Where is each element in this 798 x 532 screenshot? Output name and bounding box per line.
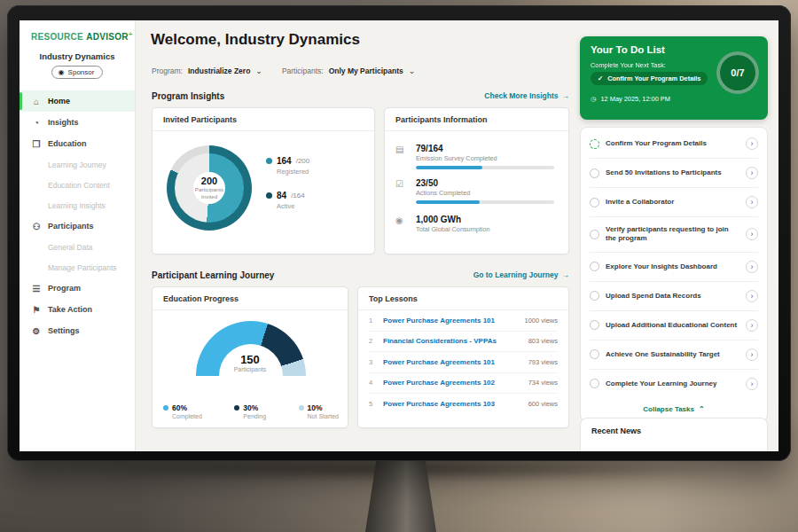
legend-registered: 164 /200 Registered (266, 156, 309, 176)
sidebar-item-insights[interactable]: ◔ Insights (20, 112, 135, 133)
sidebar-item-program[interactable]: ☰ Program (20, 278, 135, 299)
program-filter-value[interactable]: Industrialize Zero (188, 66, 250, 75)
chevron-down-icon[interactable]: ⌄ (409, 66, 416, 75)
consumption-icon: ◉ (395, 215, 403, 225)
donut-legend: 164 /200 Registered 84 /164 Active (266, 156, 309, 225)
task-row-upload-spend-data[interactable]: Upload Spend Data Records › (590, 282, 758, 311)
lesson-title-link[interactable]: Power Purchase Agreements 101 (383, 317, 517, 325)
lesson-title-link[interactable]: Power Purchase Agreements 102 (383, 379, 521, 387)
lesson-title-link[interactable]: Power Purchase Agreements 101 (383, 358, 521, 366)
participants-filter-value[interactable]: Only My Participants (329, 66, 403, 75)
lesson-row: 2 Financial Considerations - VPPAs 803 v… (369, 332, 558, 353)
sidebar-item-learning-insights[interactable]: Learning Insights (20, 195, 135, 215)
monitor-bezel: RESOURCE ADVISOR+ Industry Dynamics ◉ Sp… (7, 5, 791, 461)
task-checkbox[interactable] (590, 349, 599, 359)
task-checkbox[interactable] (590, 379, 599, 388)
lesson-title-link[interactable]: Power Purchase Agreements 103 (383, 400, 521, 408)
sidebar-item-manage-participants[interactable]: Manage Participants (20, 257, 135, 278)
insights-icon: ◔ (31, 118, 42, 128)
actions-icon: ☑ (395, 179, 403, 189)
sidebar-item-take-action[interactable]: ⚑ Take Action (20, 299, 135, 320)
task-row-send-invitations[interactable]: Send 50 Invitations to Participants › (590, 159, 758, 188)
sponsor-badge[interactable]: ◉ Sponsor (51, 66, 104, 79)
task-row-invite-collaborator[interactable]: Invite a Collaborator › (590, 188, 758, 217)
task-checkbox[interactable] (590, 230, 599, 239)
sidebar-item-learning-journey[interactable]: Learning Journey (20, 154, 135, 175)
go-to-learning-journey-link[interactable]: Go to Learning Journey → (473, 270, 569, 279)
completed-label: Completed (172, 413, 202, 419)
task-row-complete-learning-journey[interactable]: Complete Your Learning Journey › (590, 370, 758, 398)
chevron-right-icon[interactable]: › (746, 261, 758, 273)
chevron-right-icon[interactable]: › (746, 228, 758, 240)
chevron-down-icon[interactable]: ⌄ (255, 66, 262, 75)
arrow-right-icon: → (562, 270, 570, 279)
task-label: Send 50 Invitations to Participants (606, 168, 739, 177)
task-row-verify-participants[interactable]: Verify participants requesting to join t… (590, 217, 758, 253)
info-row-survey: ▤ 79/164 Emission Survey Completed (395, 144, 558, 169)
sponsor-label: Sponsor (68, 68, 95, 76)
check-more-insights-link[interactable]: Check More Insights → (484, 91, 569, 100)
task-checkbox[interactable] (590, 320, 599, 330)
program-insights-title: Program Insights (152, 91, 224, 101)
actions-progress-track (416, 200, 554, 204)
lesson-number: 2 (369, 337, 376, 345)
task-checkbox[interactable] (590, 291, 599, 301)
task-label: Explore Your Insights Dashboard (606, 262, 739, 271)
todo-next-task-pill[interactable]: ✓ Confirm Your Program Details (591, 72, 708, 85)
todo-subtitle: Complete Your Next Task: (591, 61, 666, 69)
org-name: Industry Dynamics (20, 51, 135, 61)
task-row-explore-insights[interactable]: Explore Your Insights Dashboard › (590, 253, 758, 282)
consumption-value: 1,000 GWh (416, 215, 558, 224)
lesson-views: 600 views (528, 400, 558, 408)
task-label: Invite a Collaborator (606, 198, 739, 207)
sidebar-item-participants[interactable]: ⚇ Participants (20, 215, 135, 237)
todo-next-task-label: Confirm Your Program Details (607, 74, 700, 82)
chevron-right-icon[interactable]: › (746, 290, 758, 302)
settings-icon: ⚙ (31, 326, 42, 336)
task-label: Confirm Your Program Details (606, 139, 739, 148)
chevron-right-icon[interactable]: › (746, 319, 758, 332)
task-checkbox[interactable] (590, 139, 599, 149)
gauge-center-label: Participants (153, 366, 348, 372)
todo-title: Your To Do List (591, 44, 665, 55)
sidebar-item-education-content[interactable]: Education Content (20, 175, 135, 195)
task-checkbox[interactable] (590, 168, 599, 178)
survey-value: 79/164 (416, 144, 558, 153)
sidebar-item-general-data[interactable]: General Data (20, 237, 135, 257)
lesson-row: 4 Power Purchase Agreements 102 734 view… (369, 373, 558, 395)
lesson-number: 4 (369, 379, 376, 387)
lesson-number: 3 (369, 358, 376, 366)
lesson-row: 1 Power Purchase Agreements 101 1000 vie… (369, 310, 558, 332)
lesson-views: 803 views (528, 337, 558, 345)
participants-filter-label: Participants: (282, 66, 324, 75)
education-progress-card: Education Progress 150 Participants (152, 286, 348, 428)
not-started-dot-icon (299, 405, 304, 411)
brand-logo: RESOURCE ADVISOR+ (20, 20, 135, 42)
task-checkbox[interactable] (590, 198, 599, 207)
task-row-achieve-target[interactable]: Achieve One Sustainability Target › (590, 340, 758, 370)
chevron-right-icon[interactable]: › (746, 378, 758, 390)
chevron-right-icon[interactable]: › (746, 167, 758, 179)
lesson-title-link[interactable]: Financial Considerations - VPPAs (383, 337, 521, 345)
legend-completed: 60% Completed (163, 403, 202, 419)
sponsor-icon: ◉ (59, 68, 65, 76)
sidebar-item-label: Learning Insights (48, 201, 106, 210)
chevron-right-icon[interactable]: › (746, 137, 758, 150)
sidebar-item-label: Manage Participants (48, 263, 117, 272)
task-checkbox[interactable] (590, 262, 599, 271)
chevron-right-icon[interactable]: › (746, 196, 758, 208)
participants-icon: ⚇ (31, 222, 42, 231)
task-row-upload-educational-content[interactable]: Upload Additional Educational Content › (590, 311, 758, 340)
todo-task-list-card: Confirm Your Program Details › Send 50 I… (580, 127, 768, 422)
consumption-label: Total Global Consumption (416, 225, 558, 233)
task-row-confirm-program[interactable]: Confirm Your Program Details › (590, 129, 758, 159)
info-row-consumption: ◉ 1,000 GWh Total Global Consumption (395, 215, 558, 233)
collapse-tasks-label: Collapse Tasks (643, 405, 694, 413)
sidebar-item-home[interactable]: ⌂ Home (20, 90, 135, 112)
chevron-right-icon[interactable]: › (746, 348, 758, 361)
sidebar-item-education[interactable]: ❐ Education (20, 133, 135, 154)
sidebar-item-settings[interactable]: ⚙ Settings (20, 320, 135, 341)
collapse-tasks-button[interactable]: Collapse Tasks ⌃ (590, 398, 758, 419)
filters-bar: Program: Industrialize Zero ⌄ Participan… (152, 66, 415, 75)
sidebar-item-label: Learning Journey (48, 160, 106, 169)
